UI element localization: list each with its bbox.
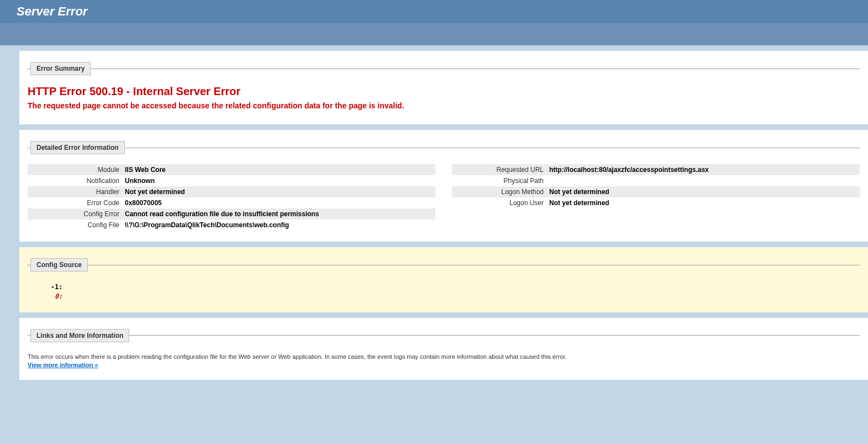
detail-label: Config File: [31, 221, 125, 229]
error-subtitle: The requested page cannot be accessed be…: [28, 101, 860, 110]
table-row: Physical Path: [452, 175, 860, 186]
detail-value: Not yet determined: [549, 199, 856, 207]
config-line: -1:: [39, 283, 67, 291]
sub-header-bar: [0, 23, 868, 45]
table-row: HandlerNot yet determined: [28, 186, 435, 197]
table-row: NotificationUnknown: [28, 175, 435, 186]
error-summary-fieldset: Error Summary HTTP Error 500.19 - Intern…: [28, 62, 860, 113]
table-row: Logon MethodNot yet determined: [452, 186, 860, 197]
detail-value: Unknown: [125, 177, 432, 185]
error-summary-section: Error Summary HTTP Error 500.19 - Intern…: [19, 51, 868, 124]
table-row: Error Code0x80070005: [28, 197, 435, 208]
links-more-section: Links and More Information This error oc…: [19, 318, 868, 380]
detailed-error-legend: Detailed Error Information: [30, 141, 125, 154]
detail-label: Logon User: [455, 199, 549, 207]
detail-value: Cannot read configuration file due to in…: [125, 210, 432, 218]
links-more-legend: Links and More Information: [30, 329, 129, 342]
config-source-pre: -1: 0:: [28, 277, 860, 301]
detail-value: Not yet determined: [125, 188, 432, 196]
detail-label: Requested URL: [455, 166, 549, 174]
details-col-left: ModuleIIS Web Core NotificationUnknown H…: [28, 164, 435, 231]
error-title: HTTP Error 500.19 - Internal Server Erro…: [28, 85, 860, 98]
detail-value: Not yet determined: [549, 188, 856, 196]
links-more-fieldset: Links and More Information This error oc…: [28, 329, 860, 369]
page-title: Server Error: [17, 4, 851, 19]
table-row: Requested URLhttp://localhost:80/ajaxzfc…: [452, 164, 860, 175]
detail-label: Handler: [31, 188, 125, 196]
detail-label: Logon Method: [455, 188, 549, 196]
detailed-error-section: Detailed Error Information ModuleIIS Web…: [19, 130, 868, 242]
detailed-error-fieldset: Detailed Error Information ModuleIIS Web…: [28, 141, 860, 231]
config-source-section: Config Source -1: 0:: [19, 247, 868, 312]
detail-label: Error Code: [31, 199, 125, 207]
config-line: 0:: [39, 292, 67, 300]
detail-value: http://localhost:80/ajaxzfc/accesspoints…: [549, 166, 856, 174]
detail-label: Physical Path: [455, 177, 549, 185]
table-row: Config ErrorCannot read configuration fi…: [28, 208, 435, 220]
table-row: Config File\\?\G:\ProgramData\QlikTech\D…: [28, 220, 435, 231]
detail-label: Config Error: [31, 210, 125, 218]
detail-value: \\?\G:\ProgramData\QlikTech\Documents\we…: [125, 221, 432, 229]
error-summary-legend: Error Summary: [30, 62, 91, 75]
detail-value: 0x80070005: [125, 199, 432, 207]
links-description: This error occurs when there is a proble…: [28, 353, 860, 360]
details-grid: ModuleIIS Web Core NotificationUnknown H…: [28, 164, 860, 231]
config-source-legend: Config Source: [30, 258, 88, 271]
details-col-right: Requested URLhttp://localhost:80/ajaxzfc…: [452, 164, 860, 231]
detail-value: [549, 177, 856, 185]
config-source-fieldset: Config Source -1: 0:: [28, 258, 860, 301]
view-more-link[interactable]: View more information »: [28, 362, 98, 368]
table-row: ModuleIIS Web Core: [28, 164, 435, 175]
detail-label: Module: [31, 166, 125, 174]
detail-label: Notification: [31, 177, 125, 185]
table-row: Logon UserNot yet determined: [452, 197, 860, 208]
page-header: Server Error: [0, 0, 868, 23]
detail-value: IIS Web Core: [125, 166, 432, 174]
